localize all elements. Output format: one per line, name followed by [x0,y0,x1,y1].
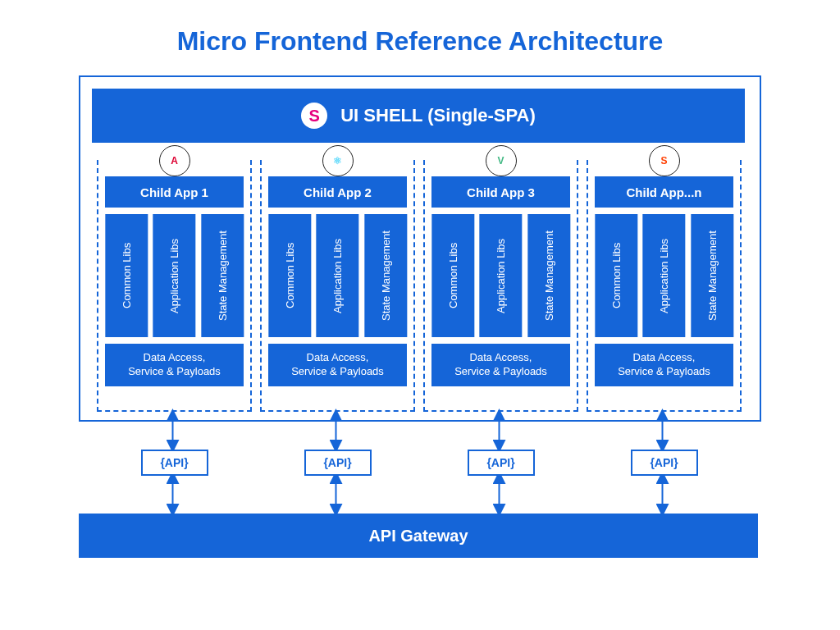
child-app-lib: Application Libs [642,214,685,337]
api-label-box: {API} [304,450,372,476]
child-app-lib: State Management [691,214,733,337]
api-label: {API} [160,456,188,469]
child-app-data-access: Data Access, Service & Payloads [595,344,733,386]
vue-icon: V [486,145,517,176]
child-app-name: Child App...n [627,185,702,199]
child-app-group: SChild App...nCommon LibsApplication Lib… [587,160,742,412]
child-app-group: VChild App 3Common LibsApplication LibsS… [423,160,578,412]
child-app-lib: Application Libs [316,214,358,337]
child-app-lib: State Management [201,214,244,337]
diagram-canvas: Micro Frontend Reference Architecture S … [0,0,840,630]
child-app-name: Child App 2 [304,185,372,199]
api-gateway-box: API Gateway [79,514,758,558]
ui-shell-label: UI SHELL (Single-SPA) [340,105,536,126]
api-gateway-label: API Gateway [368,527,468,546]
angular-icon: A [159,145,190,176]
child-app-libs-row: Common LibsApplication LibsState Managem… [268,214,407,337]
child-app-group: AChild App 1Common LibsApplication LibsS… [97,160,252,412]
api-label-box: {API} [141,450,208,476]
react-icon: ⚛ [322,145,354,176]
child-app-data-access: Data Access, Service & Payloads [268,344,407,386]
api-label-box: {API} [631,450,698,476]
child-app-name: Child App 1 [140,185,208,199]
ui-shell-box: S UI SHELL (Single-SPA) [92,89,745,143]
child-app-libs-row: Common LibsApplication LibsState Managem… [431,214,570,337]
child-app-data-access: Data Access, Service & Payloads [431,344,570,386]
child-app-lib: Application Libs [153,214,195,337]
api-label-box: {API} [468,450,535,476]
child-app-lib: State Management [527,214,570,337]
child-app-libs-row: Common LibsApplication LibsState Managem… [105,214,244,337]
child-app-header: Child App 2 [268,176,407,208]
api-label: {API} [650,456,678,469]
api-label: {API} [323,456,351,469]
svelte-icon: S [649,145,680,176]
child-app-header: Child App 3 [431,176,570,208]
child-app-header: Child App 1 [105,176,244,208]
child-app-lib: Common Libs [431,214,474,337]
child-app-group: ⚛Child App 2Common LibsApplication LibsS… [260,160,415,412]
child-app-data-access: Data Access, Service & Payloads [105,344,244,386]
child-app-name: Child App 3 [467,185,535,199]
child-app-header: Child App...n [595,176,733,208]
child-app-lib: Application Libs [479,214,522,337]
diagram-title: Micro Frontend Reference Architecture [0,26,840,57]
api-label: {API} [486,456,514,469]
child-app-lib: Common Libs [105,214,148,337]
single-spa-icon: S [301,103,327,129]
child-app-lib: Common Libs [268,214,311,337]
child-app-lib: Common Libs [595,214,637,337]
child-app-lib: State Management [364,214,407,337]
child-app-libs-row: Common LibsApplication LibsState Managem… [595,214,733,337]
